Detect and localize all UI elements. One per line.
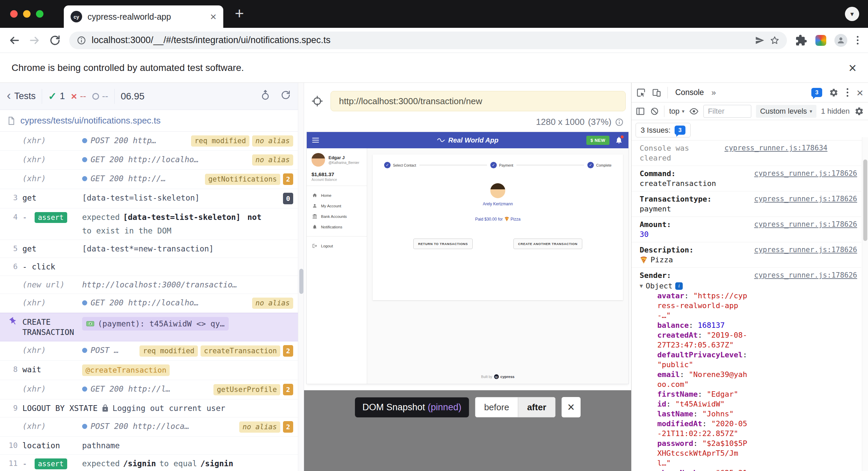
command-row[interactable]: 5get[data-test*=new-transaction]: [0, 240, 298, 258]
snapshot-close-button[interactable]: ×: [562, 397, 581, 417]
spec-file-link[interactable]: cypress/tests/ui/notifications.spec.ts: [20, 115, 161, 126]
command-row[interactable]: (xhr)GET 200 http://…getNotifications2: [0, 170, 298, 189]
new-tab-button[interactable]: +: [235, 4, 244, 22]
scrollbar-thumb[interactable]: [863, 159, 867, 241]
sidebar-item-logout[interactable]: Logout: [307, 241, 367, 251]
tab-console[interactable]: Console: [674, 88, 705, 97]
close-window-button[interactable]: [10, 10, 18, 18]
zoom-window-button[interactable]: [36, 10, 43, 18]
hidden-messages-count[interactable]: 1 hidden: [821, 107, 850, 116]
command-row[interactable]: 3get[data-test=list-skeleton]0: [0, 189, 298, 208]
account-balance-label: Account Balance: [312, 178, 362, 182]
object-property: email: "Norene39@yahoo.com": [640, 370, 751, 389]
command-row[interactable]: 6- click: [0, 258, 298, 276]
browser-tab[interactable]: cy cypress-realworld-app ×: [64, 5, 223, 28]
console-sidebar-icon[interactable]: [636, 107, 645, 116]
tab-search-button[interactable]: ▾: [845, 7, 859, 21]
console-filter-input[interactable]: [703, 105, 751, 118]
reload-button[interactable]: [49, 34, 61, 46]
back-button[interactable]: [8, 34, 20, 46]
scrollbar-thumb[interactable]: [299, 269, 303, 294]
pin-icon[interactable]: [7, 315, 19, 327]
extensions-icon[interactable]: [795, 34, 807, 46]
chevron-down-icon: ▾: [682, 108, 685, 114]
devtools-scrollbar[interactable]: [862, 137, 868, 471]
command-row[interactable]: (xhr)GET 200 http://l…getUserProfile2: [0, 380, 298, 399]
banner-close-icon[interactable]: ×: [849, 61, 856, 75]
rwa-brand[interactable]: Real World App: [437, 136, 498, 144]
source-link[interactable]: cypress_runner.js:178626: [754, 245, 857, 255]
context-select[interactable]: top▾: [669, 107, 684, 116]
clear-console-icon[interactable]: [650, 107, 659, 116]
devtools-close-icon[interactable]: ×: [856, 87, 863, 98]
command-name: (xhr): [22, 173, 82, 184]
source-link[interactable]: cypress_runner.js:178626: [754, 169, 857, 178]
tab-close-icon[interactable]: ×: [210, 11, 216, 22]
command-row[interactable]: (xhr)POST 200 http…req modifiedno alias: [0, 132, 298, 151]
cypress-reporter: ‹ Tests ✓ 1 × -- -- 06.95: [0, 83, 298, 471]
console-settings-icon[interactable]: [854, 107, 864, 116]
send-to-device-icon[interactable]: [755, 36, 765, 45]
device-toolbar-icon[interactable]: [652, 88, 661, 97]
source-link[interactable]: cypress_runner.js:178626: [754, 270, 857, 280]
log-levels-select[interactable]: Custom levels▾: [756, 105, 816, 118]
info-icon[interactable]: [615, 118, 624, 127]
assert-chip: assert: [35, 458, 67, 469]
devtools-menu-icon[interactable]: [845, 87, 850, 98]
command-row[interactable]: 4- assertexpected [data-test=list-skelet…: [0, 208, 298, 240]
command-row[interactable]: 10locationpathname: [0, 437, 298, 455]
create-another-transaction-button[interactable]: CREATE ANOTHER TRANSACTION: [513, 239, 582, 249]
inspect-icon[interactable]: [636, 88, 646, 97]
sidebar-item-notifications[interactable]: Notifications: [307, 222, 367, 232]
selector-playground-button[interactable]: [309, 93, 326, 110]
command-row[interactable]: 8wait@createTransaction: [0, 361, 298, 380]
command-row[interactable]: 9LOGOUT BY XSTATELogging out current use…: [0, 399, 298, 417]
assert-chip: assert: [35, 212, 67, 223]
site-info-icon[interactable]: [77, 36, 86, 45]
minimize-window-button[interactable]: [23, 10, 31, 18]
rwa-sidebar: Edgar J @Katharina_Bernier $1,681.37 Acc…: [307, 148, 367, 384]
command-row[interactable]: CREATE TRANSACTION(payment): t45AiwidW <…: [0, 313, 298, 341]
live-expression-icon[interactable]: [689, 107, 699, 116]
profile-avatar[interactable]: [834, 34, 847, 47]
automation-banner: Chrome is being controlled by automated …: [0, 53, 868, 83]
aut-url[interactable]: http://localhost:3000/transaction/new: [331, 91, 626, 111]
object-toggle[interactable]: ▼Objecti: [640, 281, 751, 291]
more-tabs-icon[interactable]: »: [711, 88, 716, 97]
auto-scroll-toggle[interactable]: [260, 90, 271, 103]
extension-colored-icon[interactable]: [815, 35, 826, 46]
command-message: Logging out current user: [101, 403, 225, 413]
source-link[interactable]: cypress_runner.js:178634: [724, 143, 827, 153]
command-row[interactable]: (xhr)POST …req modifiedcreateTransaction…: [0, 341, 298, 361]
source-link[interactable]: cypress_runner.js:178626: [754, 220, 857, 229]
back-to-tests[interactable]: ‹ Tests: [7, 91, 36, 102]
command-name: (xhr): [22, 345, 82, 355]
return-to-transactions-button[interactable]: RETURN TO TRANSACTIONS: [413, 239, 473, 249]
issues-chip[interactable]: 3 Issues: 3: [636, 123, 691, 137]
command-row[interactable]: 11- assertexpected /signin to equal /sig…: [0, 455, 298, 471]
devtools-settings-icon[interactable]: [829, 88, 838, 97]
forward-button[interactable]: [29, 34, 41, 46]
new-transaction-button[interactable]: $ NEW: [586, 136, 609, 145]
source-link[interactable]: cypress_runner.js:178626: [754, 194, 857, 204]
command-row[interactable]: (xhr)GET 200 http://localho…no alias: [0, 294, 298, 313]
command-row[interactable]: (xhr)POST 200 http://loca…no alias2: [0, 417, 298, 437]
command-row[interactable]: (xhr)GET 200 http://localho…no alias: [0, 151, 298, 170]
snapshot-after-button[interactable]: after: [518, 397, 555, 417]
command-row[interactable]: (new url)http://localhost:3000/transacti…: [0, 276, 298, 294]
browser-menu-icon[interactable]: [855, 35, 860, 46]
address-bar[interactable]: localhost:3000/__/#/tests/integration/ui…: [69, 32, 787, 49]
rerun-button[interactable]: [280, 90, 291, 103]
sidebar-item-bank-accounts[interactable]: Bank Accounts: [307, 211, 367, 222]
snapshot-before-button[interactable]: before: [475, 397, 518, 417]
issues-badge[interactable]: 3: [811, 88, 822, 97]
sidebar-item-home[interactable]: Home: [307, 190, 367, 201]
sidebar-item-my-account[interactable]: My Account: [307, 201, 367, 211]
notifications-bell-icon[interactable]: [615, 136, 623, 144]
status-dot: [82, 138, 87, 143]
bookmark-star-icon[interactable]: [770, 36, 779, 45]
reporter-scrollbar[interactable]: [298, 83, 304, 471]
console-entry: Description:Pizzacypress_runner.js:17862…: [631, 242, 861, 268]
command-badge: req modified: [191, 135, 249, 147]
hamburger-menu-icon[interactable]: [312, 138, 319, 143]
